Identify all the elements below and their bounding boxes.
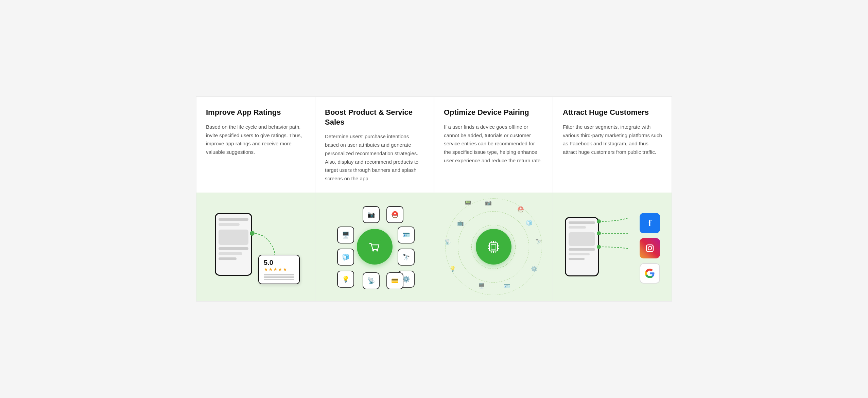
- card-2-description: Determine users' purchase intentions bas…: [325, 132, 424, 183]
- card-optimize-device: Optimize Device Pairing If a user finds …: [434, 96, 553, 302]
- chip-icon: [485, 238, 502, 255]
- card-attract-customers: Attract Huge Customers Filter the user s…: [553, 96, 672, 302]
- device-icon-2: ⛑️: [517, 206, 524, 213]
- orbit-center-circle: [357, 229, 393, 265]
- device-icon-9: 🔭: [535, 238, 542, 245]
- instagram-icon-box: [640, 238, 660, 258]
- card-3-title: Optimize Device Pairing: [444, 108, 543, 117]
- attract-bar-4: [569, 253, 590, 255]
- google-svg: [645, 268, 655, 278]
- cart-icon: [366, 238, 383, 256]
- facebook-letter: f: [648, 218, 651, 229]
- device-icon-3: 📟: [465, 199, 471, 206]
- attract-phone: [565, 217, 599, 276]
- card-2-visual: 📷 ⛑️ 🖥️ 🧊 💡 🪪 🔭 ⚙️ 📡 💳: [315, 193, 434, 301]
- icon-box-display: 🖥️: [337, 227, 354, 243]
- device-icon-8: ⚙️: [531, 266, 538, 272]
- rating-line-1: [264, 274, 294, 275]
- icon-box-camera: 📷: [363, 206, 380, 223]
- icon-box-signal: 📡: [363, 272, 380, 289]
- svg-point-2: [366, 238, 383, 256]
- svg-rect-5: [489, 243, 498, 251]
- device-icon-6: 🖥️: [478, 283, 485, 289]
- device-icon-10: 🧊: [526, 220, 533, 226]
- facebook-icon-box: f: [640, 213, 660, 233]
- svg-point-24: [652, 246, 653, 247]
- social-icons-column: f: [640, 213, 660, 284]
- svg-point-20: [597, 231, 601, 235]
- card-3-text: Optimize Device Pairing If a user finds …: [434, 97, 553, 193]
- device-icon-7: 🪪: [504, 283, 510, 289]
- attract-block-1: [569, 232, 595, 246]
- rating-lines: [264, 274, 294, 280]
- card-1-title: Improve App Ratings: [206, 108, 305, 117]
- attract-bar-5: [569, 258, 585, 260]
- icon-box-fridge: 🧊: [337, 249, 354, 266]
- card-2-text: Boost Product & Service Sales Determine …: [315, 97, 434, 193]
- rating-card: 5.0 ★★★★★: [258, 255, 300, 284]
- rating-line-3: [264, 279, 294, 280]
- device-icon-4: 📡: [444, 238, 451, 245]
- icon-box-card: 💳: [386, 272, 403, 289]
- card-3-visual: 📷 ⛑️ 📟 📡 💡 🖥️ 🪪 ⚙️ 🔭 🧊 📺: [434, 193, 553, 301]
- device-icon-11: 📺: [457, 220, 464, 226]
- svg-point-21: [597, 245, 601, 249]
- icon-box-bulb: 💡: [337, 271, 354, 288]
- icon-box-id: 🪪: [398, 227, 415, 243]
- cards-container: Improve App Ratings Based on the life cy…: [196, 96, 672, 302]
- svg-point-19: [597, 219, 601, 223]
- device-icon-5: 💡: [449, 266, 456, 272]
- card-boost-product: Boost Product & Service Sales Determine …: [315, 96, 434, 302]
- card-4-visual: f: [553, 193, 672, 301]
- card-1-description: Based on the life cycle and behavior pat…: [206, 123, 305, 157]
- svg-rect-6: [491, 245, 496, 249]
- attract-bar-2: [569, 226, 586, 229]
- card-4-text: Attract Huge Customers Filter the user s…: [553, 97, 672, 193]
- svg-point-4: [377, 250, 378, 251]
- card-4-title: Attract Huge Customers: [563, 108, 662, 117]
- icon-box-helmet: ⛑️: [386, 206, 403, 223]
- rating-line-2: [264, 276, 294, 278]
- stars: ★★★★★: [264, 267, 294, 272]
- svg-point-0: [250, 231, 255, 236]
- svg-point-3: [372, 250, 374, 251]
- google-icon-box: [640, 263, 660, 284]
- card-3-description: If a user finds a device goes offline or…: [444, 123, 543, 165]
- card-4-description: Filter the user segments, integrate with…: [563, 123, 662, 157]
- orbit-center-device: [476, 229, 511, 265]
- card-1-visual: 5.0 ★★★★★: [196, 193, 315, 301]
- icon-box-lens: 🔭: [398, 249, 415, 266]
- card-2-title: Boost Product & Service Sales: [325, 108, 424, 127]
- instagram-svg: [644, 243, 655, 254]
- attract-bar-3: [569, 248, 595, 251]
- card-1-text: Improve App Ratings Based on the life cy…: [196, 97, 315, 193]
- device-icon-1: 📷: [485, 199, 492, 206]
- attract-bar-1: [569, 221, 595, 224]
- rating-number: 5.0: [264, 259, 294, 267]
- svg-point-23: [648, 247, 652, 250]
- card-improve-app-ratings: Improve App Ratings Based on the life cy…: [196, 96, 315, 302]
